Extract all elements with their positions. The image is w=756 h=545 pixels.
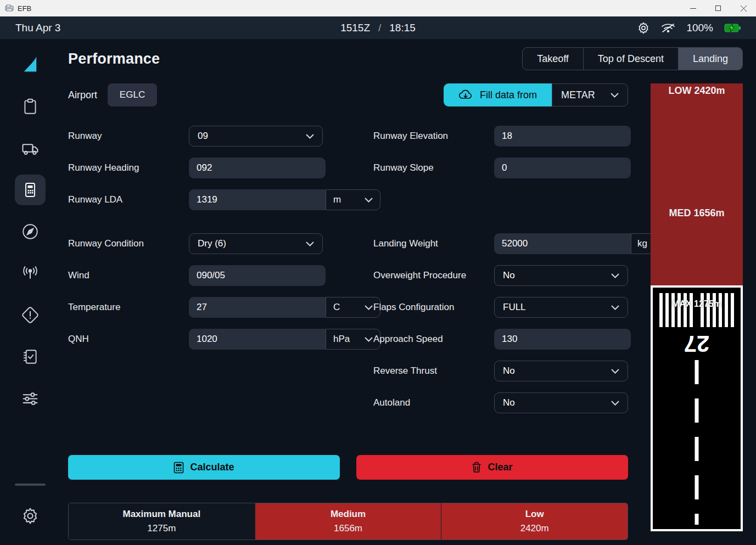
nav-sidebar <box>0 39 60 545</box>
fill-data-label: Fill data from <box>480 89 537 101</box>
result-low: Low 2420m <box>441 503 628 540</box>
result-value: 2420m <box>520 523 549 534</box>
tab-top-of-descent[interactable]: Top of Descent <box>583 48 678 70</box>
reverse-thrust-label: Reverse Thrust <box>373 366 494 377</box>
airport-code-button[interactable]: EGLC <box>108 83 157 106</box>
tab-takeoff[interactable]: Takeoff <box>523 48 583 70</box>
maximize-button[interactable] <box>705 0 731 16</box>
gear-icon[interactable] <box>637 21 650 35</box>
temperature-unit: C <box>333 302 340 313</box>
close-button[interactable] <box>731 0 756 16</box>
sidebar-item-navigation[interactable] <box>0 211 60 252</box>
approach-speed-input[interactable] <box>494 329 631 350</box>
runway-heading-input[interactable] <box>189 158 326 178</box>
calculator-icon <box>173 462 184 474</box>
temperature-unit-select[interactable]: C <box>326 297 380 318</box>
calculate-label: Calculate <box>190 462 234 473</box>
runway-elevation-label: Runway Elevation <box>373 131 494 142</box>
runway-condition-select[interactable]: Dry (6) <box>189 233 323 254</box>
sidebar-item-config[interactable] <box>0 378 60 419</box>
active-nav-highlight <box>15 175 46 205</box>
runway-graphic: MAX 1275m 27 <box>651 285 743 531</box>
local-time: 18:15 <box>389 22 416 34</box>
flaps-configuration-select[interactable]: FULL <box>494 297 628 318</box>
qnh-unit: hPa <box>333 334 350 345</box>
chevron-down-icon <box>306 241 314 246</box>
chevron-down-icon <box>365 305 373 310</box>
autoland-select[interactable]: No <box>494 392 628 413</box>
phase-tabs: Takeoff Top of Descent Landing <box>522 47 743 70</box>
runway-visualization: LOW 2420m MED 1656m <box>651 83 743 540</box>
sidebar-item-alerts[interactable] <box>0 294 60 336</box>
sidebar-item-comms[interactable] <box>0 252 60 294</box>
threshold-stripes <box>653 293 741 327</box>
runway-heading-label: Runway Heading <box>68 162 189 173</box>
time-separator: / <box>378 22 381 34</box>
runway-select[interactable]: 09 <box>189 126 323 147</box>
qnh-input[interactable] <box>189 329 326 350</box>
sidebar-item-performance[interactable] <box>0 169 60 211</box>
runway-label: Runway <box>68 131 189 142</box>
runway-elevation-input[interactable] <box>494 126 631 147</box>
max-distance-marker: MAX 1275m <box>653 299 741 309</box>
flaps-configuration-label: Flaps Configuration <box>373 302 494 313</box>
chevron-down-icon <box>611 305 619 310</box>
runway-slope-input[interactable] <box>494 158 631 178</box>
reverse-thrust-select[interactable]: No <box>494 361 628 381</box>
result-label: Low <box>525 509 544 520</box>
med-distance-marker: MED 1656m <box>651 207 743 219</box>
runway-slope-label: Runway Slope <box>373 162 494 173</box>
app-icon <box>5 4 14 12</box>
battery-charging-icon <box>724 23 741 33</box>
results-bar: Maximum Manual 1275m Medium 1656m Low 24… <box>68 503 628 540</box>
result-label: Medium <box>331 509 366 520</box>
overweight-procedure-label: Overweight Procedure <box>373 270 494 281</box>
utc-time: 1515Z <box>340 22 370 34</box>
chevron-down-icon <box>611 401 619 406</box>
performance-form: Airport EGLC Fi <box>68 83 638 540</box>
autoland-value: No <box>503 397 515 408</box>
cloud-download-icon <box>458 89 473 100</box>
minimize-button[interactable] <box>680 0 705 16</box>
overweight-procedure-value: No <box>503 270 515 281</box>
landing-weight-input[interactable] <box>494 233 631 254</box>
runway-lda-input[interactable] <box>189 189 326 210</box>
sidebar-item-checklists[interactable] <box>0 336 60 378</box>
sidebar-item-flightplan[interactable] <box>0 86 60 127</box>
approach-speed-label: Approach Speed <box>373 334 494 345</box>
tab-landing[interactable]: Landing <box>678 48 742 70</box>
fill-source-select[interactable]: METAR <box>552 83 628 106</box>
temperature-input[interactable] <box>189 297 326 318</box>
chevron-down-icon <box>611 273 619 278</box>
airline-logo <box>0 44 60 86</box>
clear-button[interactable]: Clear <box>356 455 628 480</box>
sidebar-item-settings[interactable] <box>21 499 40 533</box>
sidebar-divider <box>15 484 46 486</box>
braking-zone-graphic: LOW 2420m MED 1656m <box>651 83 743 285</box>
page-title: Performance <box>68 50 160 68</box>
qnh-label: QNH <box>68 334 189 345</box>
autoland-label: Autoland <box>373 397 494 408</box>
low-distance-marker: LOW 2420m <box>651 83 743 97</box>
flaps-configuration-value: FULL <box>503 302 526 313</box>
battery-percent: 100% <box>686 22 713 34</box>
wifi-off-icon <box>661 22 675 34</box>
runway-number: 27 <box>653 330 741 357</box>
sidebar-item-ground-ops[interactable] <box>0 127 60 169</box>
overweight-procedure-select[interactable]: No <box>494 265 628 286</box>
calculate-button[interactable]: Calculate <box>68 455 340 480</box>
qnh-unit-select[interactable]: hPa <box>326 329 380 350</box>
fill-data-button[interactable]: Fill data from <box>444 83 552 106</box>
runway-lda-unit: m <box>333 194 341 205</box>
chevron-down-icon <box>611 369 619 374</box>
chevron-down-icon <box>365 337 373 342</box>
temperature-label: Temperature <box>68 302 189 313</box>
runway-value: 09 <box>198 131 208 142</box>
window-titlebar: EFB <box>0 0 756 16</box>
runway-lda-label: Runway LDA <box>68 194 189 205</box>
wind-input[interactable] <box>189 265 326 286</box>
result-maximum-manual: Maximum Manual 1275m <box>69 503 255 540</box>
runway-lda-unit-select[interactable]: m <box>326 189 380 210</box>
window-title: EFB <box>18 4 31 13</box>
fill-source-value: METAR <box>561 89 595 101</box>
